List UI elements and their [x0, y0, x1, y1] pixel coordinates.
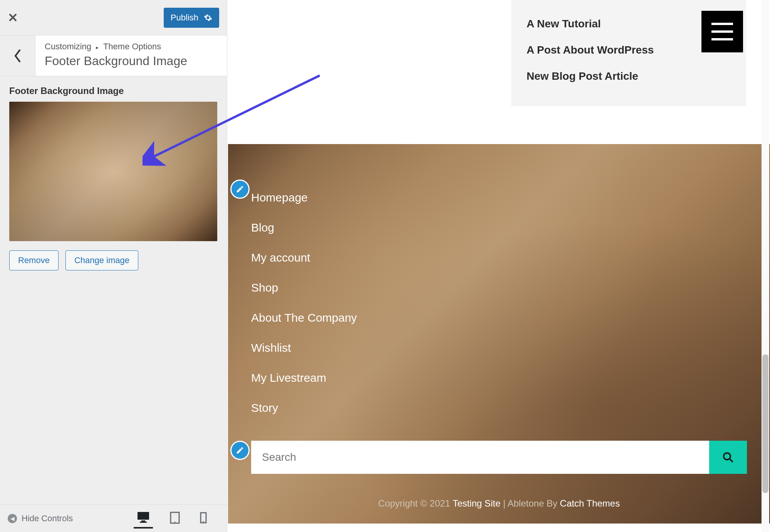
svg-line-8: [730, 459, 733, 462]
search-icon: [722, 451, 734, 463]
breadcrumb-separator-icon: ▸: [96, 44, 99, 50]
pencil-icon: [236, 446, 244, 455]
svg-point-4: [174, 522, 176, 523]
footer-menu-item[interactable]: My Livestream: [251, 363, 357, 393]
device-toggles: [134, 508, 210, 529]
back-button[interactable]: [0, 35, 35, 76]
hamburger-menu-button[interactable]: [701, 11, 743, 52]
footer-menu-item[interactable]: My account: [251, 243, 357, 273]
customizer-sidebar: ✕ Publish Customizing ▸ Theme Options Fo…: [0, 0, 227, 532]
publish-label: Publish: [171, 13, 198, 23]
sidebar-body: Footer Background Image Remove Change im…: [0, 76, 227, 504]
blog-post-link[interactable]: New Blog Post Article: [527, 63, 731, 89]
scrollbar-thumb[interactable]: [762, 354, 768, 493]
collapse-icon: ◀: [8, 514, 17, 523]
image-buttons: Remove Change image: [9, 250, 218, 270]
mobile-icon: [200, 512, 207, 524]
breadcrumb-root: Customizing: [45, 42, 91, 51]
footer-menu: Homepage Blog My account Shop About The …: [251, 183, 357, 423]
hide-controls-button[interactable]: ◀ Hide Controls: [8, 514, 73, 524]
edit-widget-button[interactable]: [230, 180, 250, 199]
blog-post-link[interactable]: A Post About WordPress: [527, 37, 731, 63]
breadcrumb: Customizing ▸ Theme Options: [45, 42, 218, 52]
copyright-mid: | Abletone By: [500, 498, 560, 509]
change-image-button[interactable]: Change image: [65, 250, 138, 270]
site-link[interactable]: Testing Site: [453, 498, 500, 509]
blog-post-link[interactable]: A New Tutorial: [527, 11, 731, 37]
field-label: Footer Background Image: [9, 86, 218, 96]
header-content: Customizing ▸ Theme Options Footer Backg…: [45, 42, 218, 68]
breadcrumb-section: Theme Options: [103, 42, 161, 51]
svg-point-6: [203, 521, 204, 522]
hide-controls-label: Hide Controls: [22, 514, 73, 524]
footer-menu-item[interactable]: Shop: [251, 273, 357, 303]
site-preview: A New Tutorial A Post About WordPress Ne…: [228, 0, 770, 532]
mobile-preview-button[interactable]: [197, 508, 210, 529]
svg-rect-0: [138, 512, 149, 520]
desktop-icon: [137, 511, 150, 523]
sidebar-bottombar: ◀ Hide Controls: [0, 504, 227, 532]
footer-menu-item[interactable]: Story: [251, 393, 357, 423]
theme-link[interactable]: Catch Themes: [560, 498, 620, 509]
image-preview[interactable]: [9, 102, 217, 241]
edit-widget-button[interactable]: [230, 441, 250, 460]
copyright-prefix: Copyright © 2021: [378, 498, 453, 509]
svg-rect-2: [140, 522, 147, 523]
hamburger-bar-icon: [711, 38, 733, 40]
scrollbar-track[interactable]: [762, 0, 769, 532]
svg-rect-1: [141, 520, 145, 522]
footer-menu-item[interactable]: Wishlist: [251, 333, 357, 363]
remove-image-button[interactable]: Remove: [9, 250, 59, 270]
hamburger-bar-icon: [711, 30, 733, 33]
sidebar-topbar: ✕ Publish: [0, 0, 227, 35]
footer-area: Homepage Blog My account Shop About The …: [228, 144, 770, 524]
search-button[interactable]: [709, 441, 747, 474]
sidebar-header: Customizing ▸ Theme Options Footer Backg…: [0, 35, 227, 76]
search-widget: [251, 441, 747, 474]
footer-menu-item[interactable]: About The Company: [251, 303, 357, 333]
pencil-icon: [236, 185, 244, 193]
gear-icon: [204, 13, 212, 22]
desktop-preview-button[interactable]: [134, 508, 153, 529]
chevron-left-icon: [13, 48, 22, 64]
svg-point-7: [724, 453, 731, 460]
hamburger-bar-icon: [711, 23, 733, 25]
footer-menu-item[interactable]: Blog: [251, 213, 357, 243]
publish-button[interactable]: Publish: [164, 8, 219, 28]
close-customizer-button[interactable]: ✕: [8, 10, 18, 25]
search-input[interactable]: [251, 441, 709, 474]
footer-menu-item[interactable]: Homepage: [251, 183, 357, 213]
tablet-preview-button[interactable]: [167, 508, 183, 529]
tablet-icon: [170, 512, 180, 524]
section-title: Footer Background Image: [45, 54, 218, 68]
copyright-text: Copyright © 2021 Testing Site | Abletone…: [228, 498, 770, 509]
